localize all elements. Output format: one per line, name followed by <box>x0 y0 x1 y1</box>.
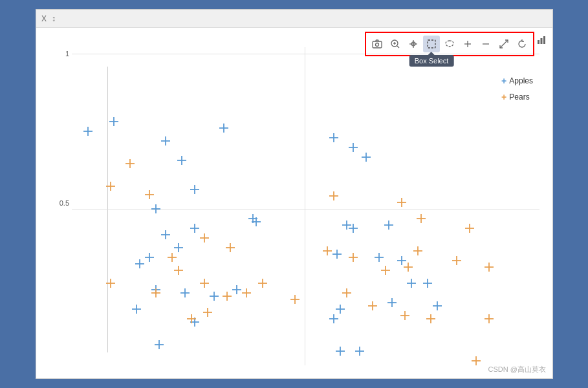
camera-button[interactable] <box>369 36 386 52</box>
title-icon-x: X <box>41 14 47 23</box>
apples-marker: + <box>501 73 506 89</box>
watermark: CSDN @高山莫衣 <box>488 365 546 374</box>
lasso-button[interactable] <box>441 36 458 52</box>
box-select-button[interactable]: Box Select <box>423 36 440 52</box>
toolbar-container: Box Select <box>365 32 534 56</box>
svg-rect-16 <box>543 36 545 44</box>
bar-chart-button[interactable] <box>533 32 550 48</box>
reset-button[interactable] <box>514 36 530 52</box>
zoom-in2-button[interactable] <box>459 36 476 52</box>
svg-rect-14 <box>538 40 539 44</box>
legend-item-apples: + Apples <box>501 73 533 89</box>
svg-point-1 <box>376 43 379 47</box>
zoom-in-button[interactable] <box>387 36 404 52</box>
pears-label: Pears <box>509 91 529 105</box>
zoom-out-button[interactable] <box>477 36 494 52</box>
legend-item-pears: + Pears <box>501 89 533 105</box>
svg-line-5 <box>397 46 399 48</box>
legend: + Apples + Pears <box>501 73 533 105</box>
main-window: X ↕ 1 0.5 + Apples + Pears <box>36 9 553 379</box>
pears-marker: + <box>501 89 506 105</box>
plot-area: 1 0.5 + Apples + Pears <box>36 28 552 378</box>
svg-rect-9 <box>428 40 435 48</box>
autoscale-button[interactable] <box>495 36 512 52</box>
box-select-tooltip: Box Select <box>409 55 454 67</box>
svg-line-13 <box>500 40 508 48</box>
apples-label: Apples <box>509 74 533 89</box>
title-icon-arrow: ↕ <box>52 14 56 23</box>
plot-canvas <box>36 28 541 380</box>
svg-rect-0 <box>373 41 382 48</box>
svg-rect-15 <box>541 38 543 44</box>
crosshair-button[interactable] <box>405 36 422 52</box>
title-bar: X ↕ <box>36 10 552 28</box>
